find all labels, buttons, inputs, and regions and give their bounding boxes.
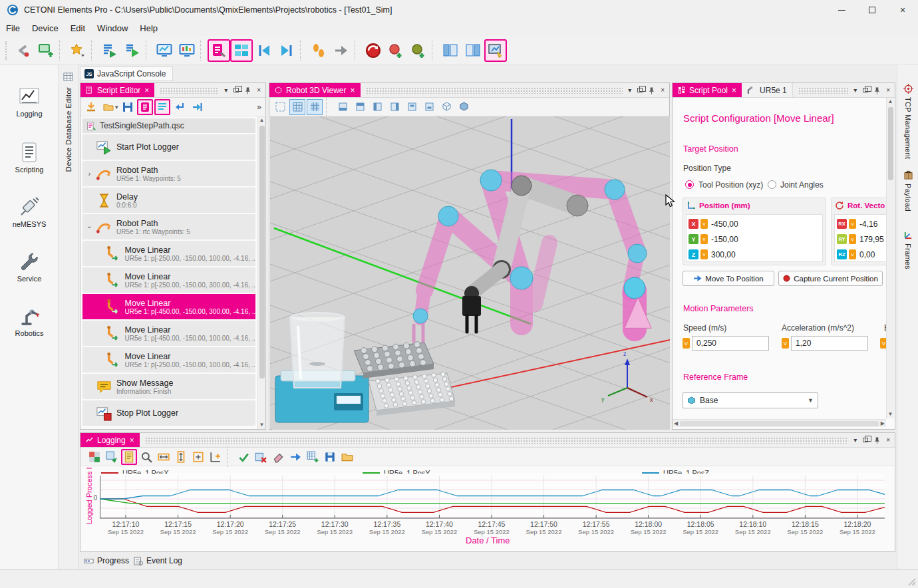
script-step-move-linear-4[interactable]: Move LinearUR5e 1: p[-450.00, -150.00, 1… [82,321,255,346]
rotation-ry-row[interactable]: RY v 179,95 [837,231,886,247]
capture-current-position-button[interactable]: Capture Current Position [778,271,883,286]
robot-3d-scene[interactable]: z x y [270,116,670,430]
script-step-move-linear-5[interactable]: Move LinearUR5e 1: p[-250.00, -150.00, 1… [82,347,255,372]
zoom-y-button[interactable] [173,449,189,465]
pin-panel-icon[interactable] [245,86,251,94]
view-back-button[interactable] [352,99,368,115]
view-front-button[interactable] [335,99,351,115]
show-grid-button[interactable] [289,99,305,115]
script-pool-toggle-button[interactable] [230,39,253,62]
view-bottom-button[interactable] [421,99,437,115]
float-panel-icon[interactable] [637,88,643,92]
rx-dropdown-icon[interactable]: v [849,219,856,229]
close-tab-icon[interactable]: × [351,86,355,95]
panel-drag-handle[interactable] [798,87,848,94]
skip-forward-button[interactable] [275,39,298,62]
data-logger-button[interactable] [176,39,198,62]
tool-position-radio[interactable] [685,180,694,189]
joint-angles-radio[interactable] [768,180,776,189]
script-step-stop-plot-logger[interactable]: Stop Plot Logger [82,400,255,426]
expand-icon[interactable]: › [85,170,94,178]
tab-event-log[interactable]: Event Log [133,554,182,567]
sidebar-item-logging[interactable]: Logging [0,85,59,129]
close-panel-icon[interactable]: × [886,86,890,94]
panel-drag-handle[interactable] [160,87,219,94]
panel-drag-handle[interactable] [366,87,623,94]
speed-field[interactable]: V 0,250 [683,336,769,351]
close-button[interactable]: × [887,0,918,20]
javascript-console-tab[interactable]: JS JavaScript Console [80,67,173,81]
scroll-down-icon[interactable]: ▼ [258,421,265,429]
emergency-stop-button[interactable] [362,39,384,62]
step-forward-button[interactable] [189,99,205,115]
script-editor-scrollbar[interactable]: ▲ ▼ [257,116,265,429]
dock-layout-right-button[interactable] [462,39,484,62]
view-left-button[interactable] [369,99,385,115]
script-step-move-linear-2[interactable]: Move LinearUR5e 1: p[-250.00, -150.00, 3… [82,267,255,293]
script-file-node[interactable]: TestSingleStepPath.qsc [82,118,255,133]
toolbar-handle[interactable] [5,41,8,60]
view-top-button[interactable] [404,99,420,115]
clear-plot-button[interactable] [270,449,286,465]
pin-panel-icon[interactable] [874,436,880,444]
add-process-button[interactable] [83,99,99,115]
float-panel-icon[interactable] [233,88,239,92]
perspective-button[interactable] [456,99,472,115]
acceleration-field[interactable]: V 1,20 [782,336,868,351]
menu-help[interactable]: Help [134,21,164,35]
script-step-move-linear-1[interactable]: Move LinearUR5e 1: p[-250.00, -150.00, 1… [82,241,255,266]
blend-dropdown-icon[interactable]: V [880,338,886,349]
favorites-button[interactable] [67,39,89,62]
sidebar-item-nemesys[interactable]: neMESYS [0,196,59,239]
view-isometric-button[interactable] [438,99,454,115]
device-database-editor-tab[interactable]: Device Database Editor [59,65,78,569]
menu-edit[interactable]: Edit [65,21,91,35]
minimize-button[interactable] [826,0,857,20]
script-step-robot-path-2[interactable]: › Robot PathUR5e 1: rtc Waypoints: 5 [82,214,255,239]
acceleration-dropdown-icon[interactable]: V [782,338,789,349]
single-step-button[interactable] [307,39,330,62]
speed-dropdown-icon[interactable]: V [683,338,690,349]
close-tab-icon[interactable]: × [130,436,134,445]
open-data-button[interactable] [339,449,355,465]
robot-3d-viewer-tab[interactable]: Robot 3D Viewer × [269,83,361,97]
logging-tab[interactable]: Logging × [80,433,140,447]
pin-panel-icon[interactable] [649,86,655,94]
x-dropdown-icon[interactable]: v [700,219,708,229]
tab-payload[interactable]: Payload [897,170,918,212]
add-table-button[interactable] [305,449,321,465]
script-step-delay[interactable]: Delay0:0:6:0 [82,188,255,213]
dock-layout-left-button[interactable] [439,39,462,62]
export-data-button[interactable] [287,449,303,465]
logging-chart[interactable] [100,474,885,520]
zoom-x-button[interactable] [156,449,172,465]
script-step-start-plot-logger[interactable]: Start Plot Logger [82,134,255,160]
sidebar-item-robotics[interactable]: Robotics [0,305,59,349]
skip-back-button[interactable] [253,39,275,62]
script-step-show-message[interactable]: Show MessageInformation: Finish [82,374,255,399]
save-data-button[interactable] [322,449,338,465]
start-script-button[interactable] [121,39,144,62]
remove-series-button[interactable] [253,449,269,465]
view-right-button[interactable] [386,99,402,115]
open-script-button[interactable] [100,99,116,115]
tab-progress[interactable]: Progress [84,554,129,567]
add-device-function-button[interactable] [407,39,430,62]
robot-3d-viewer-toggle-button[interactable] [484,39,507,62]
add-plot-button[interactable] [208,449,224,465]
script-editor-toggle-button[interactable] [208,39,230,62]
pin-panel-icon[interactable] [874,86,880,94]
panel-menu-icon[interactable]: ▾ [853,436,857,444]
position-x-row[interactable]: X v -450,00 [688,216,820,231]
panel-menu-icon[interactable]: ▾ [628,86,631,94]
export-plot-button[interactable] [104,449,120,465]
add-device-button[interactable] [35,39,57,62]
toolbar-overflow-icon[interactable]: » [257,102,265,112]
script-step-robot-path-1[interactable]: › Robot PathUR5e 1: Waypoints: 5 [82,161,255,186]
close-panel-icon[interactable]: × [886,436,890,444]
position-y-row[interactable]: Y v -150,00 [688,231,820,247]
copy-plot-button[interactable] [86,449,102,465]
z-dropdown-icon[interactable]: v [700,249,708,259]
scroll-down-icon[interactable]: ▼ [887,410,894,418]
add-script-function-button[interactable] [384,39,407,62]
